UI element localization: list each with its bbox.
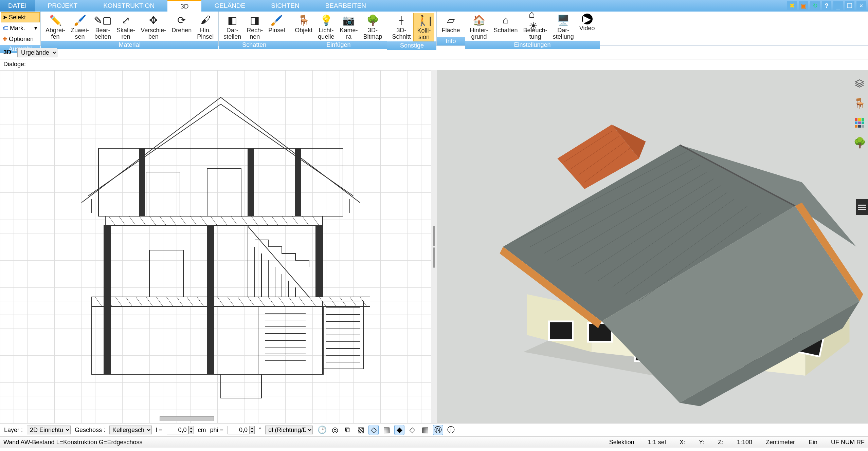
- dialoge-bar: Dialoge:: [0, 59, 868, 70]
- btn-objekt[interactable]: 🪑Objekt: [292, 13, 315, 34]
- menu-projekt[interactable]: PROJEKT: [35, 0, 91, 12]
- status-right: Selektion 1:1 sel X: Y: Z: 1:100 Zentime…: [609, 439, 865, 446]
- svg-rect-23: [549, 321, 573, 340]
- layers-toggle-icon[interactable]: ▧: [356, 425, 366, 435]
- clock-icon[interactable]: 🕒: [317, 425, 327, 435]
- group-icon[interactable]: ⧉: [343, 425, 353, 435]
- terrain-select[interactable]: Urgelände: [17, 48, 57, 57]
- brush-icon: 🖌️: [270, 14, 283, 26]
- ribbon-group-sonstige: ⟊3D- Schnitt 🚶|Kolli- sion Sonstige: [387, 12, 437, 45]
- viewport-splitter[interactable]: [431, 70, 437, 423]
- btn-zuweisen[interactable]: 🖌️Zuwei- sen: [68, 13, 92, 41]
- n-toggle-icon[interactable]: Ⓝ: [433, 425, 443, 435]
- options-tool[interactable]: ✚ Optionen: [1, 34, 40, 44]
- status-selektion: Selektion: [609, 439, 634, 446]
- swatches-panel-icon[interactable]: [853, 116, 866, 129]
- btn-schatten-set[interactable]: ⌂Schatten: [491, 13, 521, 34]
- menu-sichten[interactable]: SICHTEN: [258, 0, 312, 12]
- dropdown-arrow-icon: ▼: [33, 25, 38, 31]
- select-tool[interactable]: ➤ Selekt: [1, 12, 40, 22]
- menu-konstruktion[interactable]: KONSTRUKTION: [90, 0, 167, 12]
- cursor-icon: ➤: [2, 14, 7, 21]
- camera-icon: 📷: [342, 14, 355, 26]
- close-button[interactable]: ×: [856, 1, 866, 10]
- ribbon-group-info: ▱Fläche Info: [437, 12, 465, 45]
- btn-hintergrund[interactable]: 🏠Hinter- grund: [467, 13, 491, 41]
- phi-label: phi =: [210, 427, 224, 434]
- btn-3dbitmap[interactable]: 🌳3D- Bitmap: [360, 13, 385, 41]
- minimize-button[interactable]: _: [833, 1, 843, 10]
- svg-rect-1: [146, 172, 180, 216]
- wire-icon[interactable]: ◇: [407, 425, 417, 435]
- btn-flaeche[interactable]: ▱Fläche: [439, 13, 463, 34]
- btn-kollision[interactable]: 🚶|Kolli- sion: [413, 13, 434, 41]
- snap-icon[interactable]: ◇: [368, 425, 379, 435]
- direction-select[interactable]: dl (Richtung/Di: [265, 426, 313, 434]
- house-section-drawing: [71, 91, 370, 403]
- rotate-icon: ⟳: [175, 14, 188, 26]
- tool-icon-1[interactable]: ✖: [787, 1, 797, 10]
- status-bar: Wand AW-Bestand L=Konstruktion G=Erdgesc…: [0, 437, 868, 448]
- btn-darstellung[interactable]: 🖥️Dar- stellung: [550, 13, 577, 41]
- tool-icon-2[interactable]: ▣: [799, 1, 808, 10]
- btn-rechnen[interactable]: ◨Rech- nen: [244, 13, 266, 41]
- btn-abgreifen[interactable]: ✏️Abgrei- fen: [43, 13, 68, 41]
- btn-video[interactable]: ▶Video: [577, 13, 598, 32]
- 3d-viewport[interactable]: [437, 70, 868, 423]
- tool-icon-3[interactable]: ↻: [810, 1, 820, 10]
- btn-kamera[interactable]: 📷Kame- ra: [337, 13, 360, 41]
- geschoss-select[interactable]: Kellergesch: [109, 426, 152, 434]
- btn-3dschnitt[interactable]: ⟊3D- Schnitt: [389, 13, 413, 41]
- l-input[interactable]: [167, 426, 188, 434]
- ribbon-group-schatten: ◧Dar- stellen ◨Rech- nen 🖌️Pinsel Schatt…: [219, 12, 290, 45]
- menu-3d[interactable]: 3D: [167, 0, 201, 12]
- furniture-panel-icon[interactable]: 🪑: [853, 97, 866, 110]
- cube-icon: ◧: [226, 14, 239, 26]
- phi-spinbtns[interactable]: ▲▼: [249, 426, 255, 434]
- geschoss-label: Geschoss :: [75, 427, 105, 434]
- grid-toggle-icon[interactable]: ▦: [420, 425, 430, 435]
- l-spinbtns[interactable]: ▲▼: [188, 426, 194, 434]
- btn-drehen[interactable]: ⟳Drehen: [169, 13, 194, 34]
- info-i-icon[interactable]: ⓘ: [446, 425, 456, 435]
- btn-bearbeiten[interactable]: ✎▢Bear- beiten: [92, 13, 114, 41]
- status-unit: Zentimeter: [766, 439, 795, 446]
- btn-beleuchtung[interactable]: ⌂☀Beleuch- tung: [521, 13, 550, 41]
- ribbon: ➤ Selekt 🏷 Mark. ▼ ✚ Optionen Auswahl ✏️…: [0, 12, 868, 46]
- svg-rect-53: [858, 118, 861, 121]
- svg-rect-58: [855, 125, 857, 128]
- lightbulb-icon: 💡: [320, 14, 332, 26]
- status-y: Y:: [699, 439, 704, 446]
- dialoge-label: Dialoge:: [3, 61, 26, 68]
- menu-datei[interactable]: DATEI: [0, 0, 35, 12]
- group-caption-einfuegen: Einfügen: [290, 41, 387, 49]
- group-caption-schatten: Schatten: [219, 41, 290, 49]
- edit-icon: ✎▢: [96, 14, 109, 26]
- mark-tool[interactable]: 🏷 Mark. ▼: [1, 23, 40, 33]
- btn-darstellen[interactable]: ◧Dar- stellen: [221, 13, 244, 41]
- house-3d-render: [437, 70, 868, 423]
- menu-bearbeiten[interactable]: BEARBEITEN: [312, 0, 379, 12]
- btn-lichtquelle[interactable]: 💡Licht- quelle: [315, 13, 337, 41]
- restore-button[interactable]: ❐: [845, 1, 854, 10]
- btn-skalieren[interactable]: ⤢Skalie- ren: [114, 13, 138, 41]
- 2d-viewport[interactable]: [0, 70, 431, 423]
- mark-label: Mark.: [10, 25, 25, 32]
- help-icon[interactable]: ?: [822, 1, 831, 10]
- btn-hinpinsel[interactable]: 🖌Hin. Pinsel: [194, 13, 216, 41]
- menu-gelaende[interactable]: GELÄNDE: [201, 0, 258, 12]
- panel-grip[interactable]: [856, 199, 868, 215]
- btn-verschieben[interactable]: ✥Verschie- ben: [138, 13, 169, 41]
- target-icon[interactable]: ◎: [330, 425, 340, 435]
- vegetation-panel-icon[interactable]: 🌳: [853, 136, 866, 149]
- svg-rect-55: [855, 121, 857, 124]
- window-controls: ✖ ▣ ↻ ? _ ❐ ×: [787, 1, 868, 10]
- layer-select[interactable]: 2D Einrichtu: [27, 426, 71, 434]
- svg-rect-14: [207, 226, 214, 374]
- layers-panel-icon[interactable]: [853, 77, 866, 90]
- scrollbar-horizontal[interactable]: [160, 416, 214, 421]
- face-icon[interactable]: ◆: [394, 425, 404, 435]
- align-icon[interactable]: ▦: [381, 425, 392, 435]
- btn-pinsel[interactable]: 🖌️Pinsel: [266, 13, 288, 34]
- phi-input[interactable]: [228, 426, 249, 434]
